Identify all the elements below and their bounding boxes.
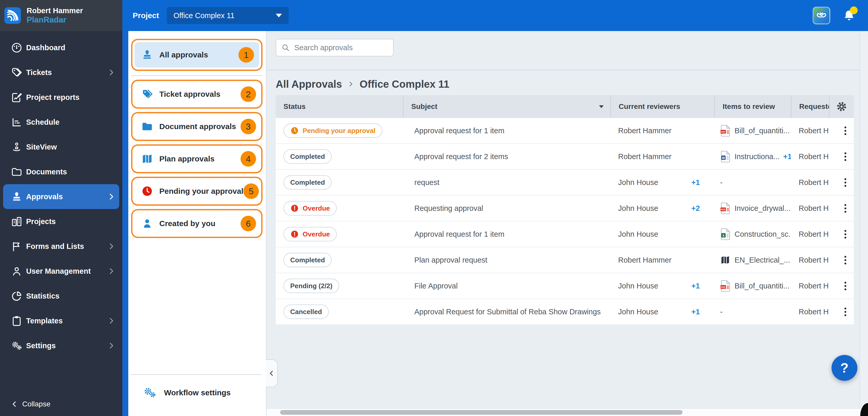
workflow-settings-button[interactable]: Workflow settings [128,382,266,404]
svg-text:X: X [722,234,725,237]
column-header-subject[interactable]: Subject [403,95,610,118]
row-menu-button[interactable] [840,252,851,268]
subject-cell: Approval request for 2 items [403,144,610,169]
filter-pending-your-approval[interactable]: Pending your approval 5 [131,177,262,206]
filter-ticket-approvals[interactable]: Ticket approvals 2 [131,80,262,109]
table-row[interactable]: Pending (2/2) File Approval John House +… [276,273,854,299]
filter-plan-approvals[interactable]: Plan approvals 4 [131,144,262,173]
subject-cell: request [403,170,610,195]
items-cell: - [714,299,791,324]
app-switcher-button[interactable] [813,7,830,24]
folderFill-icon [141,121,153,132]
column-header-items-to-review[interactable]: Items to review [714,95,791,118]
row-menu-button[interactable] [840,175,851,190]
breadcrumb-root[interactable]: All Approvals [276,79,342,90]
table-row[interactable]: Overdue Requesting approval John House +… [276,196,854,221]
status-badge: Pending your approval [283,123,382,138]
row-menu-button[interactable] [840,201,851,216]
reviewers-cell: Robert Hammer [610,118,714,143]
sidebar-item-documents[interactable]: Documents [0,159,122,184]
table-row[interactable]: Pending your approval Approval request f… [276,118,854,144]
row-menu-button[interactable] [840,123,851,139]
breadcrumb: All Approvals Office Complex 11 [276,76,449,92]
flag-icon [11,241,23,252]
chevron-right-icon [107,317,115,325]
step-number-badge: 5 [243,183,259,199]
items-cell: PDF Bill_of_quantiti... [714,118,791,143]
more-reviewers-link[interactable]: +1 [691,178,700,187]
table-row[interactable]: Cancelled Approval Request for Submittal… [276,299,854,325]
sidebar-item-project-reports[interactable]: Project reports [0,85,122,110]
project-select-value: Office Complex 11 [174,11,235,20]
row-menu-button[interactable] [840,304,851,320]
sidebar-item-user-management[interactable]: User Management [0,259,122,284]
items-cell: W Instructiona... +1 [714,144,791,169]
chevron-right-icon [107,193,115,201]
chevron-left-icon [11,400,18,408]
divider [267,70,868,70]
table-settings-button[interactable] [829,95,854,118]
sidebar-item-dashboard[interactable]: Dashboard [0,35,122,60]
filter-all-approvals[interactable]: All approvals 1 [131,39,262,71]
sidebar-item-schedule[interactable]: Schedule [0,110,122,135]
gears-icon [11,340,23,352]
sidebar: Robert Hammer PlanRadar Dashboard Ticket… [0,0,122,416]
sidebar-item-approvals[interactable]: Approvals [3,184,119,209]
collapse-sidebar-button[interactable]: Collapse [0,396,51,412]
search-icon [281,43,290,52]
help-button[interactable]: ? [832,355,858,381]
sidebar-item-tickets[interactable]: Tickets [0,60,122,85]
tag-icon [11,67,23,79]
main-content: All Approvals Office Complex 11 Status S… [267,31,868,416]
notifications-button[interactable] [843,8,856,23]
sidebar-item-settings[interactable]: Settings [0,333,122,358]
sidebar-item-templates[interactable]: Templates [0,308,122,333]
table-row[interactable]: Completed Approval request for 2 items R… [276,144,854,170]
row-menu-button[interactable] [840,149,851,164]
clipboard-icon [11,315,23,327]
schedule-icon [11,116,23,128]
step-number-badge: 2 [241,86,256,102]
folder-icon [11,166,23,178]
search-input[interactable] [294,43,388,52]
status-badge: Completed [283,175,332,190]
collapse-panel-handle[interactable] [266,359,278,387]
column-header-status[interactable]: Status [276,95,403,118]
requester-cell: Robert Ha [791,273,829,299]
sidebar-item-forms-and-lists[interactable]: Forms and Lists [0,234,122,259]
more-reviewers-link[interactable]: +2 [691,204,700,213]
right-gutter [860,31,868,408]
status-badge: Completed [283,149,332,164]
status-badge: Overdue [283,227,337,241]
more-items-link[interactable]: +1 [783,152,791,161]
map-icon [720,254,731,266]
clockFill-icon [290,126,299,135]
project-select[interactable]: Office Complex 11 [167,7,289,24]
step-number-badge: 4 [241,151,256,167]
scrollbar-thumb[interactable] [280,410,683,415]
filter-document-approvals[interactable]: Document approvals 3 [131,112,262,141]
user-block[interactable]: Robert Hammer PlanRadar [0,0,122,31]
sidebar-item-statistics[interactable]: Statistics [0,284,122,308]
requester-cell: Robert Ha [791,247,829,273]
column-header-requester[interactable]: Requester [791,95,829,118]
row-menu-button[interactable] [840,226,851,242]
table-row[interactable]: Completed request John House +1 - Robert… [276,170,854,196]
clockFill-icon [141,185,153,197]
pdf-icon: PDF [720,280,731,292]
filter-created-by-you[interactable]: Created by you 6 [131,209,262,238]
table-row[interactable]: Overdue Approval request for 1 item John… [276,221,854,247]
table-row[interactable]: Completed Plan approval request Robert H… [276,247,854,273]
sidebar-item-projects[interactable]: Projects [0,209,122,234]
chevron-right-icon [107,342,115,350]
sidebar-item-siteview[interactable]: SiteView [0,135,122,159]
items-cell: X Construction_sc... [714,221,791,247]
svg-text:PDF: PDF [721,131,726,133]
column-header-current-reviewers[interactable]: Current reviewers [610,95,714,118]
chevron-right-icon [107,267,115,275]
items-cell: PDF Bill_of_quantiti... [714,273,791,299]
more-reviewers-link[interactable]: +1 [691,282,700,290]
search-box[interactable] [276,39,394,56]
row-menu-button[interactable] [840,278,851,294]
more-reviewers-link[interactable]: +1 [691,307,700,316]
